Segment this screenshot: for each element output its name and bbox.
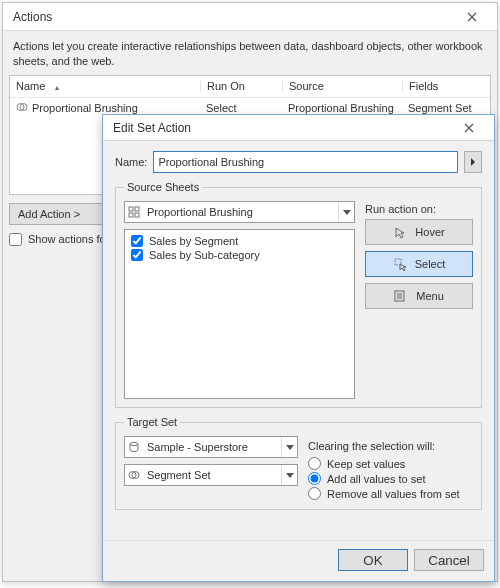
sort-asc-icon: ▴ [55, 83, 59, 92]
clearing-label: Clearing the selection will: [308, 440, 473, 452]
svg-rect-4 [129, 213, 133, 217]
menu-button[interactable]: Menu [365, 283, 473, 309]
show-actions-input[interactable] [9, 233, 22, 246]
edit-set-action-dialog: Edit Set Action Name: Source Sheets Pr [102, 114, 495, 582]
svg-rect-5 [135, 213, 139, 217]
edit-titlebar: Edit Set Action [103, 115, 494, 141]
select-button[interactable]: Select [365, 251, 473, 277]
target-datasource-combo[interactable]: Sample - Superstore [124, 436, 298, 458]
set-icon [125, 469, 143, 481]
actions-description: Actions let you create interactive relat… [3, 31, 497, 75]
menu-icon [394, 289, 408, 303]
hover-button[interactable]: Hover [365, 219, 473, 245]
list-item[interactable]: Sales by Segment [129, 234, 350, 248]
edit-title: Edit Set Action [113, 121, 191, 135]
sheet-checkbox[interactable] [131, 235, 143, 247]
chevron-down-icon [281, 437, 297, 457]
set-action-icon [16, 101, 28, 113]
ok-button[interactable]: OK [338, 549, 408, 571]
col-fields[interactable]: Fields [402, 80, 490, 92]
dashboard-icon [125, 206, 143, 218]
source-sheets-legend: Source Sheets [124, 181, 202, 193]
actions-titlebar: Actions [3, 3, 497, 31]
run-action-label: Run action on: [365, 203, 473, 215]
dialog-footer: OK Cancel [103, 540, 494, 581]
cancel-button[interactable]: Cancel [414, 549, 484, 571]
list-item[interactable]: Sales by Sub-category [129, 248, 350, 262]
target-set-legend: Target Set [124, 416, 180, 428]
svg-rect-3 [135, 207, 139, 211]
source-dashboard-combo[interactable]: Proportional Brushing [124, 201, 355, 223]
chevron-down-icon [281, 465, 297, 485]
col-name[interactable]: Name▴ [10, 80, 200, 92]
actions-title: Actions [13, 10, 52, 24]
radio-add[interactable]: Add all values to set [308, 471, 473, 486]
source-sheets-fieldset: Source Sheets Proportional Brushing Sale… [115, 181, 482, 408]
name-more-button[interactable] [464, 151, 482, 173]
close-icon[interactable] [452, 118, 486, 138]
col-source[interactable]: Source [282, 80, 402, 92]
target-set-fieldset: Target Set Sample - Superstore Segment S… [115, 416, 482, 510]
sheet-checkbox[interactable] [131, 249, 143, 261]
chevron-down-icon [338, 202, 354, 222]
source-sheets-list[interactable]: Sales by Segment Sales by Sub-category [124, 229, 355, 399]
svg-point-11 [130, 442, 138, 445]
radio-keep[interactable]: Keep set values [308, 456, 473, 471]
col-runon[interactable]: Run On [200, 80, 282, 92]
name-input[interactable] [153, 151, 458, 173]
svg-rect-2 [129, 207, 133, 211]
hover-icon [393, 225, 407, 239]
radio-remove[interactable]: Remove all values from set [308, 486, 473, 501]
close-icon[interactable] [455, 7, 489, 27]
datasource-icon [125, 441, 143, 453]
select-icon [393, 257, 407, 271]
name-label: Name: [115, 156, 147, 168]
actions-grid-header: Name▴ Run On Source Fields [10, 76, 490, 98]
target-set-combo[interactable]: Segment Set [124, 464, 298, 486]
